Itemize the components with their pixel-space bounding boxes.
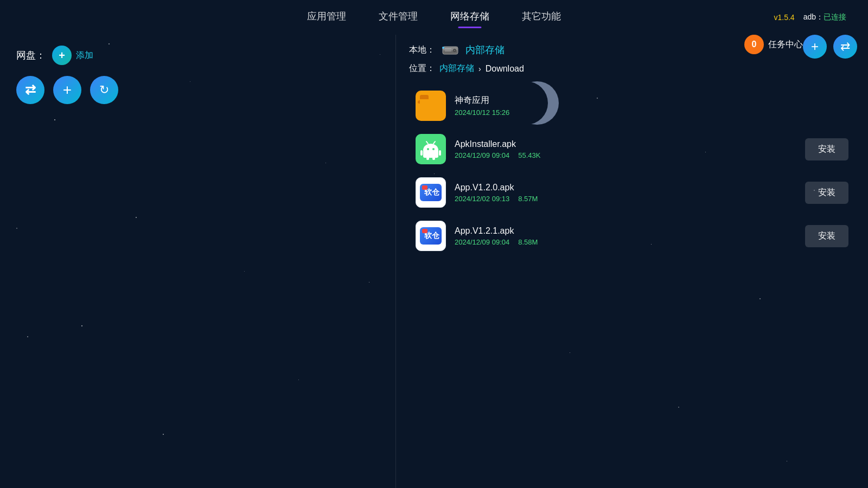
file-size: 55.43K [518, 151, 540, 159]
file-date: 2024/12/09 09:04 [455, 151, 509, 159]
file-info: App.V1.2.1.apk 2024/12/09 09:04 8.58M [455, 226, 805, 246]
task-center[interactable]: 0 任务中心 [744, 35, 803, 54]
left-actions: ⇄ + ↻ [16, 76, 379, 104]
path-current: Download [486, 64, 524, 74]
navbar: 应用管理 文件管理 网络存储 其它功能 v1.5.4 adb：已连接 [0, 0, 868, 35]
right-add-button[interactable]: + [803, 35, 827, 59]
file-meta: 2024/12/09 09:04 8.58M [455, 238, 805, 246]
table-row[interactable]: 软仓 App.V1.2.1.apk 2024/12/09 09:04 8.58M… [409, 215, 855, 256]
svg-point-12 [432, 148, 435, 150]
svg-rect-16 [439, 150, 441, 156]
install-button[interactable]: 安装 [805, 225, 848, 247]
local-label: 本地： [409, 44, 435, 56]
apk-android-icon [416, 134, 446, 164]
install-button[interactable]: 安装 [805, 182, 848, 204]
svg-line-13 [426, 142, 428, 144]
path-chevron: › [478, 65, 481, 73]
apk-rucang-icon: 软仓 [416, 177, 446, 208]
file-size: 8.58M [518, 238, 538, 246]
svg-rect-10 [423, 150, 438, 158]
svg-rect-15 [420, 150, 423, 156]
nav-network-storage[interactable]: 网络存储 [450, 10, 489, 25]
nav-app-manage[interactable]: 应用管理 [307, 10, 346, 25]
svg-rect-8 [418, 104, 444, 118]
file-info: App.V1.2.0.apk 2024/12/02 09:13 8.57M [455, 183, 805, 203]
file-meta: 2024/12/02 09:13 8.57M [455, 195, 805, 203]
adb-label: adb：已连接 [803, 12, 846, 22]
right-panel: 本地： 内部存储 0 任务中心 [396, 35, 868, 488]
file-meta: 2024/10/12 15:26 [455, 108, 848, 117]
file-date: 2024/12/09 09:04 [455, 238, 509, 246]
add-label: 添加 [76, 50, 93, 61]
refresh-button[interactable]: ↻ [90, 76, 118, 104]
svg-rect-18 [432, 157, 435, 160]
nav-file-manage[interactable]: 文件管理 [379, 10, 418, 25]
file-name: App.V1.2.1.apk [455, 226, 805, 236]
table-row[interactable]: 神奇应用 2024/10/12 15:26 [409, 85, 855, 126]
task-badge: 0 [744, 35, 764, 54]
adb-status: 已连接 [824, 12, 846, 21]
folder-icon [416, 91, 446, 121]
add-button[interactable]: + [53, 76, 81, 104]
version-text: v1.5.4 [774, 13, 795, 22]
main-layout: 网盘： + 添加 ⇄ + ↻ 本地： 内 [0, 35, 868, 488]
file-date: 2024/10/12 15:26 [455, 108, 509, 117]
sync-button[interactable]: ⇄ [16, 76, 44, 104]
file-name: ApkInstaller.apk [455, 139, 805, 149]
version-info: v1.5.4 adb：已连接 [774, 12, 847, 22]
apk-rucang-icon-2: 软仓 [416, 221, 446, 251]
file-size: 8.57M [518, 195, 538, 203]
left-panel: 网盘： + 添加 ⇄ + ↻ [0, 35, 396, 488]
install-button[interactable]: 安装 [805, 138, 848, 160]
file-info: 神奇应用 2024/10/12 15:26 [455, 95, 848, 117]
right-side-actions: + ⇄ [803, 35, 857, 59]
svg-rect-17 [426, 157, 429, 160]
netdisk-label: 网盘： [16, 49, 46, 62]
add-netdisk-button[interactable]: + 添加 [52, 46, 93, 65]
storage-icon [442, 43, 459, 56]
storage-label: 内部存储 [465, 43, 505, 56]
file-name: 神奇应用 [455, 95, 848, 106]
location-label: 位置： [409, 63, 435, 74]
svg-point-6 [442, 47, 444, 49]
path-root[interactable]: 内部存储 [439, 63, 474, 74]
table-row[interactable]: 软仓 App.V1.2.0.apk 2024/12/02 09:13 8.57M… [409, 172, 855, 213]
local-storage-header: 本地： 内部存储 0 任务中心 [409, 43, 855, 56]
svg-point-3 [454, 50, 456, 52]
nav-other-features[interactable]: 其它功能 [522, 10, 561, 25]
svg-line-14 [433, 142, 435, 144]
svg-point-11 [427, 148, 429, 150]
add-icon: + [52, 46, 72, 65]
right-transfer-button[interactable]: ⇄ [833, 35, 857, 59]
table-row[interactable]: ApkInstaller.apk 2024/12/09 09:04 55.43K… [409, 129, 855, 170]
file-list: 神奇应用 2024/10/12 15:26 [409, 85, 855, 256]
file-date: 2024/12/02 09:13 [455, 195, 509, 203]
file-name: App.V1.2.0.apk [455, 183, 805, 192]
netdisk-header: 网盘： + 添加 [16, 46, 379, 65]
task-center-label: 任务中心 [768, 39, 803, 50]
file-meta: 2024/12/09 09:04 55.43K [455, 151, 805, 159]
file-info: ApkInstaller.apk 2024/12/09 09:04 55.43K [455, 139, 805, 159]
location-path: 位置： 内部存储 › Download [409, 63, 855, 74]
